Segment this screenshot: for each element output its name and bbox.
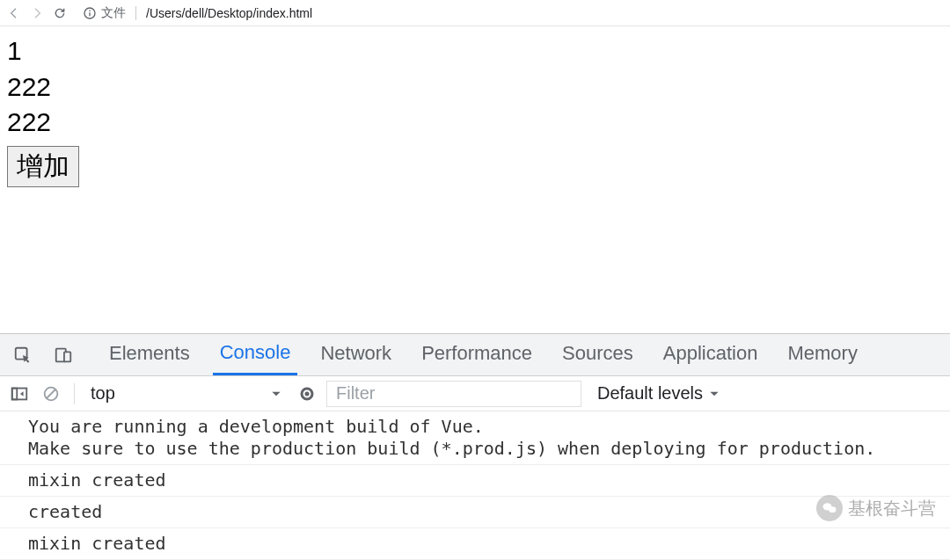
text-line-2: 222 bbox=[7, 69, 943, 105]
back-icon[interactable] bbox=[7, 6, 21, 20]
svg-rect-7 bbox=[12, 388, 18, 399]
log-levels-selector[interactable]: Default levels bbox=[597, 383, 720, 404]
watermark: 基根奋斗营 bbox=[816, 495, 936, 521]
svg-point-13 bbox=[829, 506, 836, 513]
text-line-1: 1 bbox=[7, 33, 943, 69]
console-message: You are running a development build of V… bbox=[0, 411, 950, 465]
address-divider bbox=[135, 6, 136, 20]
svg-rect-2 bbox=[89, 12, 90, 16]
tab-network[interactable]: Network bbox=[313, 337, 398, 374]
tab-sources[interactable]: Sources bbox=[555, 337, 640, 374]
inspect-icon[interactable] bbox=[11, 343, 35, 367]
chevron-down-icon bbox=[708, 388, 720, 400]
console-output: You are running a development build of V… bbox=[0, 411, 950, 560]
toolbar-divider bbox=[74, 383, 75, 404]
context-label: top bbox=[91, 383, 115, 404]
address-bar[interactable]: 文件 /Users/dell/Desktop/index.html bbox=[83, 5, 312, 21]
console-message: mixin created bbox=[0, 528, 950, 560]
console-sidebar-toggle-icon[interactable] bbox=[7, 382, 32, 406]
browser-toolbar: 文件 /Users/dell/Desktop/index.html bbox=[0, 0, 950, 26]
forward-icon[interactable] bbox=[30, 6, 44, 20]
svg-rect-5 bbox=[64, 352, 70, 361]
svg-point-1 bbox=[89, 10, 91, 11]
live-expression-icon[interactable] bbox=[295, 382, 319, 406]
console-toolbar: top Filter Default levels bbox=[0, 376, 950, 411]
chevron-down-icon bbox=[270, 388, 282, 400]
console-message: created bbox=[0, 497, 950, 528]
text-line-3: 222 bbox=[7, 105, 943, 141]
filter-input[interactable]: Filter bbox=[326, 381, 581, 407]
clear-console-icon[interactable] bbox=[39, 382, 63, 406]
svg-line-9 bbox=[47, 389, 56, 398]
wechat-icon bbox=[816, 495, 843, 521]
console-message: mixin created bbox=[0, 465, 950, 497]
url-path: /Users/dell/Desktop/index.html bbox=[146, 6, 312, 20]
increment-button[interactable]: 增加 bbox=[7, 146, 79, 187]
devtools-panel: Elements Console Network Performance Sou… bbox=[0, 333, 950, 560]
tab-application[interactable]: Application bbox=[656, 337, 765, 374]
page-body: 1 222 222 增加 bbox=[0, 26, 950, 194]
tab-memory[interactable]: Memory bbox=[780, 337, 864, 374]
info-icon bbox=[83, 6, 97, 20]
svg-point-11 bbox=[305, 391, 310, 396]
levels-label: Default levels bbox=[597, 383, 703, 404]
filter-placeholder: Filter bbox=[336, 383, 375, 404]
tab-elements[interactable]: Elements bbox=[102, 337, 197, 374]
tab-performance[interactable]: Performance bbox=[414, 337, 539, 374]
tab-console[interactable]: Console bbox=[213, 336, 298, 375]
device-toolbar-icon[interactable] bbox=[51, 343, 76, 367]
reload-icon[interactable] bbox=[53, 6, 67, 20]
watermark-text: 基根奋斗营 bbox=[848, 497, 936, 520]
devtools-tabstrip: Elements Console Network Performance Sou… bbox=[0, 334, 950, 376]
svg-rect-6 bbox=[12, 388, 27, 399]
protocol-label: 文件 bbox=[101, 5, 126, 21]
context-selector[interactable]: top bbox=[85, 383, 288, 404]
